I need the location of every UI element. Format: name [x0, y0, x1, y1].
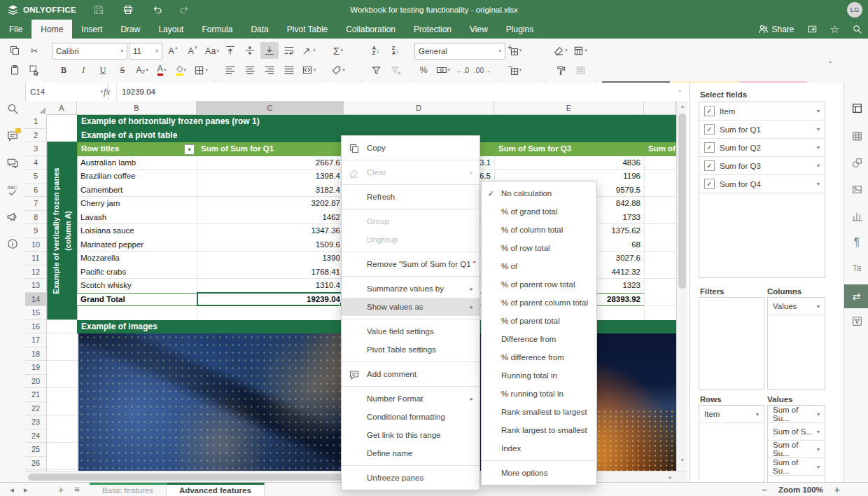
- pivot-filter-button[interactable]: ▾: [184, 144, 195, 155]
- select-all-corner[interactable]: [25, 101, 48, 116]
- borders-button[interactable]: ▾: [192, 62, 210, 78]
- copy-button[interactable]: [6, 42, 24, 59]
- cell-name-box[interactable]: C14▾: [25, 83, 108, 100]
- filters-zone[interactable]: [699, 297, 764, 390]
- cut-button[interactable]: ✂: [25, 42, 43, 59]
- underline-button[interactable]: U: [94, 62, 112, 78]
- horizontal-scroll-thumb[interactable]: [28, 474, 368, 481]
- align-right-button[interactable]: [260, 62, 279, 78]
- scroll-right-button[interactable]: ▸: [665, 472, 676, 482]
- about-sidebar-button[interactable]: [6, 237, 19, 250]
- submenu-item[interactable]: % of: [482, 257, 596, 275]
- column-header-b[interactable]: B: [77, 101, 197, 115]
- banner-frozen-row[interactable]: Example of horizontally frozen panes (ro…: [77, 115, 676, 129]
- tab-data[interactable]: Data: [241, 20, 277, 39]
- cell-item-name[interactable]: Scotch whisky: [77, 279, 197, 293]
- sheet-list-button[interactable]: ≡: [71, 483, 83, 496]
- row-header[interactable]: 6: [25, 184, 47, 198]
- submenu-item[interactable]: More options: [482, 464, 596, 482]
- select-all-button[interactable]: [25, 62, 43, 78]
- context-menu-item[interactable]: [342, 160, 479, 160]
- context-menu-item[interactable]: [342, 252, 479, 252]
- pivot-header-q1[interactable]: Sum of Sum for Q1: [197, 142, 344, 156]
- scroll-up-button[interactable]: ▴: [677, 101, 688, 111]
- chat-sidebar-button[interactable]: [6, 157, 19, 170]
- column-header-d[interactable]: D: [344, 101, 494, 115]
- submenu-item[interactable]: Running total in: [482, 366, 596, 385]
- collapse-toolbar-button[interactable]: ⌄: [820, 51, 840, 69]
- valign-bottom-button[interactable]: [260, 42, 279, 59]
- cell-item-name[interactable]: Brazilian coffee: [77, 170, 197, 184]
- field-row[interactable]: Sum for Q4: [699, 175, 825, 193]
- copy-style-button[interactable]: [552, 62, 570, 78]
- context-menu-item[interactable]: Group: [342, 212, 479, 230]
- values-zone-item[interactable]: Sum of S...: [768, 423, 825, 441]
- context-menu-item[interactable]: Define name: [342, 444, 479, 462]
- row-header[interactable]: 2: [25, 129, 47, 143]
- tab-protection[interactable]: Protection: [405, 20, 461, 39]
- field-row[interactable]: Sum for Q3: [699, 157, 825, 175]
- context-menu-item[interactable]: Get link to this range: [342, 426, 479, 444]
- valign-middle-button[interactable]: [241, 42, 259, 59]
- context-menu-item[interactable]: Clear: [342, 163, 479, 181]
- row-header[interactable]: 18: [25, 347, 47, 361]
- checkbox-checked-icon[interactable]: [704, 179, 715, 189]
- search-sidebar-button[interactable]: [6, 102, 19, 115]
- row-header[interactable]: 21: [25, 388, 47, 402]
- user-avatar[interactable]: LG: [847, 2, 862, 18]
- cell-q1-value[interactable]: 1390: [197, 252, 344, 266]
- collapse-formula-bar-button[interactable]: ⌄: [677, 86, 682, 93]
- tab-home[interactable]: Home: [31, 20, 72, 39]
- pivot-settings-button[interactable]: ⇄: [844, 284, 868, 308]
- values-zone-item[interactable]: Sum of Su...: [768, 406, 825, 423]
- strikeout-button[interactable]: S: [113, 62, 132, 78]
- field-row[interactable]: Sum for Q2: [699, 139, 825, 157]
- context-menu-item[interactable]: [342, 184, 479, 185]
- context-menu-item[interactable]: Unfreeze panes: [342, 469, 479, 487]
- scroll-down-button[interactable]: ▾: [677, 455, 688, 464]
- context-menu-item[interactable]: Show values as: [342, 298, 479, 316]
- submenu-item[interactable]: Rank smallest to largest: [482, 403, 596, 421]
- context-menu-item[interactable]: Copy: [342, 139, 479, 157]
- tab-view[interactable]: View: [461, 20, 497, 39]
- columns-zone[interactable]: Values: [767, 297, 825, 390]
- tab-plugins[interactable]: Plugins: [497, 20, 542, 39]
- autosum-button[interactable]: Σ▾: [329, 42, 347, 59]
- checkbox-checked-icon[interactable]: [704, 142, 715, 153]
- open-file-location-button[interactable]: [807, 24, 818, 34]
- chart-settings-button[interactable]: [850, 209, 864, 223]
- context-menu-item[interactable]: Value field settings: [342, 322, 479, 340]
- context-menu-item[interactable]: Refresh: [342, 188, 479, 206]
- tab-insert[interactable]: Insert: [72, 20, 111, 39]
- row-header[interactable]: 1: [25, 115, 47, 129]
- sort-ascending-button[interactable]: AZ↓: [367, 42, 385, 59]
- increase-font-button[interactable]: A▴: [164, 43, 182, 60]
- context-menu-item[interactable]: Remove "Sum of Sum for Q1 ": [342, 255, 479, 273]
- values-zone[interactable]: Sum of Su...Sum of S...Sum of Su...Sum o…: [767, 405, 825, 483]
- grand-total-label[interactable]: Grand Total: [77, 294, 197, 306]
- cell-item-name[interactable]: Pacific crabs: [77, 266, 197, 280]
- rows-zone[interactable]: Item: [699, 405, 764, 483]
- context-menu-item[interactable]: [342, 276, 479, 277]
- favorite-button[interactable]: ☆: [830, 23, 839, 36]
- format-as-table-button[interactable]: ▾: [571, 42, 589, 59]
- zoom-in-button[interactable]: +: [834, 484, 840, 495]
- context-menu-item[interactable]: [342, 319, 479, 319]
- context-menu-item[interactable]: [342, 465, 479, 466]
- row-header[interactable]: 10: [25, 238, 47, 252]
- submenu-item[interactable]: % of parent row total: [482, 275, 596, 294]
- valign-top-button[interactable]: [221, 42, 239, 59]
- number-format-select[interactable]: General▾: [414, 43, 505, 60]
- pivot-header-q4-clipped[interactable]: Sum of Sum for Q4: [644, 142, 676, 156]
- comments-sidebar-button[interactable]: [6, 130, 19, 142]
- context-menu-item[interactable]: [342, 361, 479, 362]
- share-button[interactable]: Share: [758, 24, 794, 34]
- cell-q1-value[interactable]: 1398.4: [197, 170, 344, 184]
- values-zone-item[interactable]: Sum of Su...: [768, 441, 825, 458]
- column-header-partial[interactable]: [644, 101, 676, 115]
- insert-cells-button[interactable]: ▾: [505, 42, 524, 59]
- text-art-settings-button[interactable]: Ta: [850, 261, 864, 275]
- row-header[interactable]: 15: [25, 306, 47, 320]
- cell-q1-value[interactable]: 1310.4: [197, 279, 344, 293]
- context-menu-item[interactable]: Ungroup: [342, 230, 479, 249]
